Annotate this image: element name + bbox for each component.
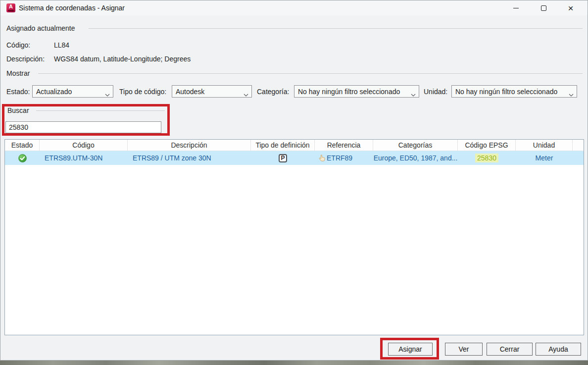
cell-descripcion: ETRS89 / UTM zone 30N <box>128 151 251 165</box>
column-header-codigo[interactable]: Código <box>40 140 128 151</box>
cell-referencia-text: ETRF89 <box>327 154 352 162</box>
window-title: Sistema de coordenadas - Asignar <box>19 0 125 15</box>
cell-estado <box>5 151 40 165</box>
buscar-group-label: Buscar <box>7 106 29 114</box>
buscar-group-line <box>36 110 165 111</box>
ayuda-button[interactable]: Ayuda <box>536 343 581 356</box>
cell-tipo-definicion: P <box>251 151 315 165</box>
cell-categorias: Europe, ED50, 1987, and... <box>373 151 458 165</box>
unidad-filter-label: Unidad: <box>424 88 447 96</box>
column-header-filler <box>573 140 584 151</box>
estado-filter-label: Estado: <box>6 88 30 96</box>
asignar-button[interactable]: Asignar <box>388 343 433 356</box>
hand-pointer-icon <box>319 155 325 161</box>
background-app-strip <box>0 361 588 365</box>
mostrar-group-line <box>38 73 583 74</box>
assigned-group-label: Asignado actualmente <box>6 24 75 32</box>
column-header-tipo-definicion[interactable]: Tipo de definición <box>251 140 315 151</box>
column-header-descripcion[interactable]: Descripción <box>128 140 251 151</box>
cell-referencia: ETRF89 <box>315 151 373 165</box>
assigned-group-line <box>89 28 583 29</box>
column-header-codigo-epsg[interactable]: Código EPSG <box>458 140 516 151</box>
cell-codigo-epsg: 25830 <box>458 151 516 165</box>
projected-definition-icon: P <box>279 154 287 162</box>
mostrar-group-label: Mostrar <box>6 69 30 77</box>
check-circle-icon <box>18 154 27 162</box>
minimize-icon <box>513 8 519 8</box>
codigo-value: LL84 <box>54 41 69 49</box>
tipo-codigo-dropdown-value: Autodesk <box>176 88 204 96</box>
table-header-row: Estado Código Descripción Tipo de defini… <box>5 140 584 151</box>
maximize-button[interactable] <box>535 0 552 15</box>
close-button[interactable]: × <box>562 0 579 15</box>
chevron-down-icon <box>411 90 416 98</box>
tipo-codigo-dropdown[interactable]: Autodesk <box>172 85 252 98</box>
epsg-highlight: 25830 <box>475 154 498 162</box>
descripcion-value: WGS84 datum, Latitude-Longitude; Degrees <box>54 55 191 63</box>
column-header-unidad[interactable]: Unidad <box>516 140 573 151</box>
column-header-estado[interactable]: Estado <box>5 140 40 151</box>
results-table: Estado Código Descripción Tipo de defini… <box>4 139 584 335</box>
chevron-down-icon <box>569 90 574 98</box>
column-header-referencia[interactable]: Referencia <box>315 140 373 151</box>
unidad-dropdown[interactable]: No hay ningún filtro seleccionado <box>451 85 577 98</box>
unidad-dropdown-value: No hay ningún filtro seleccionado <box>455 88 557 96</box>
search-input[interactable] <box>5 121 161 133</box>
codigo-label: Código: <box>6 41 30 49</box>
tipo-codigo-filter-label: Tipo de código: <box>119 88 166 96</box>
chevron-down-icon <box>244 90 248 98</box>
estado-dropdown[interactable]: Actualizado <box>32 85 113 98</box>
estado-dropdown-value: Actualizado <box>36 88 72 96</box>
minimize-button[interactable] <box>507 0 524 15</box>
cell-unidad: Meter <box>516 151 573 165</box>
cell-codigo: ETRS89.UTM-30N <box>40 151 128 165</box>
cell-filler <box>573 151 584 165</box>
column-header-categorias[interactable]: Categorías <box>373 140 458 151</box>
categoria-dropdown-value: No hay ningún filtro seleccionado <box>298 88 400 96</box>
title-bar: A Sistema de coordenadas - Asignar × <box>0 0 588 15</box>
categoria-filter-label: Categoría: <box>257 88 289 96</box>
chevron-down-icon <box>105 90 110 98</box>
autocad-logo-icon: A <box>6 3 15 12</box>
descripcion-label: Descripción: <box>6 55 45 63</box>
maximize-icon <box>541 5 546 11</box>
table-row-selected[interactable]: ETRS89.UTM-30N ETRS89 / UTM zone 30N P E… <box>5 151 584 165</box>
coordinate-system-dialog: A Sistema de coordenadas - Asignar × Asi… <box>0 0 588 361</box>
ver-button[interactable]: Ver <box>445 343 483 356</box>
categoria-dropdown[interactable]: No hay ningún filtro seleccionado <box>294 85 419 98</box>
close-icon: × <box>568 3 573 13</box>
cerrar-button[interactable]: Cerrar <box>487 343 533 356</box>
